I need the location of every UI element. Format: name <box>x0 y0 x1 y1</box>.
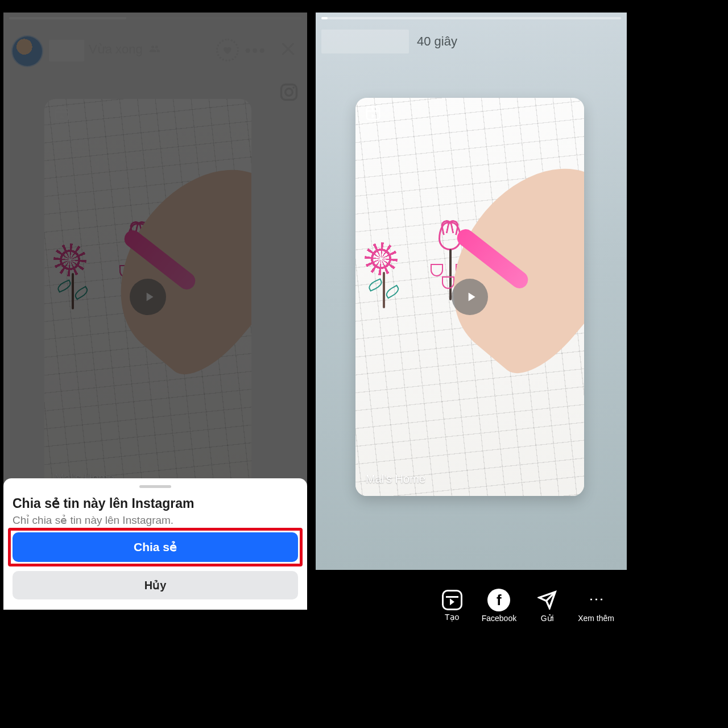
sheet-grabber[interactable] <box>139 485 171 488</box>
instagram-story-panel: 40 giây Mal's Home <box>316 13 627 570</box>
story-timestamp: 40 giây <box>417 34 457 49</box>
sheet-subtitle: Chỉ chia sẻ tin này lên Instagram. <box>13 514 298 527</box>
svg-rect-4 <box>367 107 380 120</box>
action-label: Facebook <box>482 614 516 623</box>
card-credit: Mal's Home <box>366 473 425 486</box>
facebook-story-panel: Vừa xong ••• <box>3 13 307 610</box>
shared-story-card[interactable]: Mal's Home <box>355 98 584 496</box>
share-facebook-button[interactable]: f Facebook <box>482 589 516 623</box>
more-button[interactable]: ⋮ Xem thêm <box>578 589 614 623</box>
username-redacted[interactable] <box>321 30 409 53</box>
action-label: Gửi <box>541 614 554 623</box>
send-icon <box>536 589 559 611</box>
reels-icon <box>365 105 382 122</box>
action-label: Tạo <box>445 613 459 622</box>
flower-doodle-icon <box>359 240 404 308</box>
action-label: Xem thêm <box>578 614 614 623</box>
story-action-row: Tạo f Facebook Gửi ⋮ Xem thêm <box>316 584 627 628</box>
comparison-stage: Vừa xong ••• <box>0 0 728 728</box>
send-button[interactable]: Gửi <box>536 589 559 623</box>
story-progress-bar[interactable] <box>321 17 621 19</box>
share-sheet: Chia sẻ tin này lên Instagram Chỉ chia s… <box>3 478 307 610</box>
share-button[interactable]: Chia sẻ <box>13 532 298 562</box>
facebook-icon: f <box>497 592 502 609</box>
cancel-button[interactable]: Hủy <box>13 571 298 599</box>
sheet-title: Chia sẻ tin này lên Instagram <box>13 496 298 511</box>
play-icon[interactable] <box>452 279 488 315</box>
create-reels-button[interactable]: Tạo <box>442 590 462 622</box>
more-vertical-icon: ⋮ <box>585 589 607 611</box>
